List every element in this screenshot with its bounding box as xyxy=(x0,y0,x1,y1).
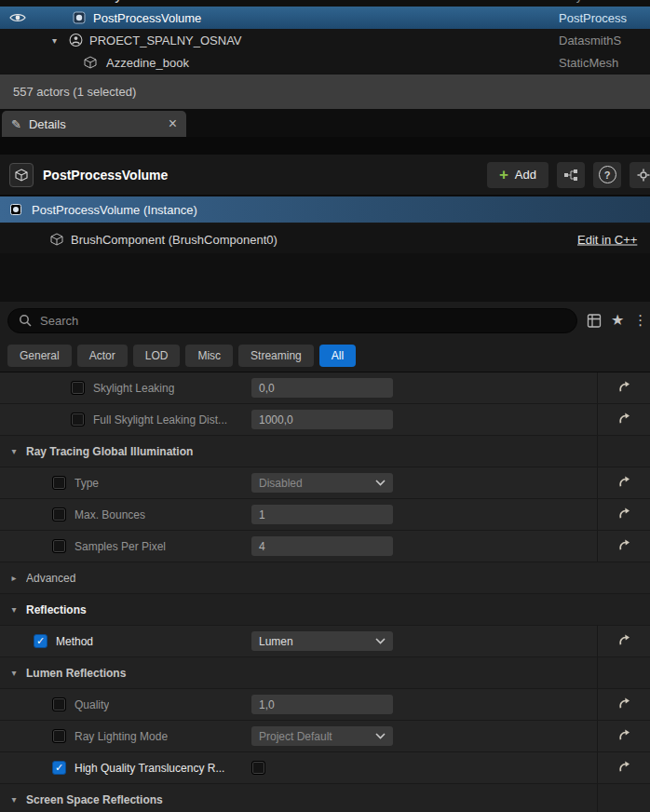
node-graph-icon xyxy=(563,169,578,182)
property-enable-checkbox[interactable] xyxy=(52,508,66,521)
property-row-type: TypeDisabled xyxy=(0,467,650,499)
filter-pill-misc[interactable]: Misc xyxy=(185,345,233,367)
plus-icon: + xyxy=(499,167,508,183)
properties-panel: Skylight Leaking0,0Full Skylight Leaking… xyxy=(0,372,650,812)
property-dropdown[interactable]: Project Default xyxy=(251,726,393,746)
settings-icon xyxy=(637,169,650,182)
value-checkbox[interactable] xyxy=(251,761,265,775)
category-header-ray-tracing-global-illumination[interactable]: ▾Ray Tracing Global Illumination xyxy=(0,436,650,467)
chevron-down-icon[interactable]: ▾ xyxy=(52,35,57,46)
property-dropdown[interactable]: Lumen xyxy=(251,631,393,651)
reset-to-default-icon[interactable] xyxy=(617,760,631,777)
header-overflow-button[interactable] xyxy=(630,162,650,188)
display-options-button[interactable] xyxy=(587,314,602,328)
tab-details[interactable]: ✎ Details × xyxy=(2,111,186,137)
property-enable-checkbox[interactable] xyxy=(52,697,66,711)
reset-to-default-icon[interactable] xyxy=(617,380,631,397)
component-row[interactable]: BrushComponent (BrushComponent0) Edit in… xyxy=(0,224,650,253)
filter-pill-all[interactable]: All xyxy=(319,345,356,367)
chevron-down-icon: ▾ xyxy=(7,604,20,615)
outliner-item-label: PostProcessVolume xyxy=(93,11,201,25)
filter-pill-general[interactable]: General xyxy=(7,345,72,367)
category-header-screen-space-reflections[interactable]: ▾Screen Space Reflections xyxy=(0,784,650,812)
property-row-ray-lighting-mode: Ray Lighting ModeProject Default xyxy=(0,721,650,752)
grid-view-icon xyxy=(587,314,602,328)
property-dropdown[interactable]: Disabled xyxy=(251,473,393,493)
chevron-down-icon xyxy=(375,480,386,486)
outliner-item-label: Azzedine_book xyxy=(106,56,189,70)
category-label: Lumen Reflections xyxy=(26,667,597,680)
chevron-down-icon xyxy=(375,638,386,644)
category-header-lumen-reflections[interactable]: ▾Lumen Reflections xyxy=(0,657,650,689)
search-placeholder: Search xyxy=(40,314,78,328)
reset-to-default-icon[interactable] xyxy=(617,538,631,555)
outliner-item-type: StaticMesh xyxy=(559,56,618,70)
property-label: Samples Per Pixel xyxy=(74,540,166,553)
instance-header-row[interactable]: PostProcessVolume (Instance) xyxy=(0,195,650,223)
outliner-row-azzedine-book[interactable]: Azzedine_bookStaticMesh xyxy=(0,51,650,74)
property-enable-checkbox[interactable]: ✓ xyxy=(52,761,66,775)
details-header: PostProcessVolume + Add ? xyxy=(0,155,650,195)
outliner-item-label: PROECT_SPALNY_OSNAV xyxy=(89,34,242,47)
property-enable-checkbox[interactable]: ✓ xyxy=(34,634,47,648)
property-value-field[interactable]: 4 xyxy=(251,536,393,556)
outliner-item-type: PostProcess xyxy=(559,11,627,25)
property-enable-checkbox[interactable] xyxy=(71,413,85,426)
help-button[interactable]: ? xyxy=(593,162,621,188)
more-options-icon[interactable]: ⋮ xyxy=(633,312,647,329)
datasmith-scene-icon xyxy=(69,34,83,47)
advanced-header-advanced[interactable]: ▸Advanced xyxy=(0,562,650,594)
outliner-status-bar: 557 actors (1 selected) xyxy=(0,74,650,109)
outliner-row-proect-spalny-osnav[interactable]: ▾PROECT_SPALNY_OSNAVDatasmithS xyxy=(0,29,650,51)
close-icon[interactable]: × xyxy=(169,116,177,131)
reset-to-default-icon[interactable] xyxy=(617,475,631,492)
property-label: Full Skylight Leaking Dist... xyxy=(93,413,227,426)
add-component-button[interactable]: + Add xyxy=(487,162,548,188)
property-row-samples-per-pixel: Samples Per Pixel4 xyxy=(0,531,650,562)
search-input[interactable]: Search xyxy=(7,308,577,333)
filter-pill-streaming[interactable]: Streaming xyxy=(238,345,314,367)
filter-pill-lod[interactable]: LOD xyxy=(133,345,181,367)
favorites-star-icon[interactable]: ★ xyxy=(611,313,624,328)
reset-to-default-icon[interactable] xyxy=(617,633,631,650)
tab-label: Details xyxy=(29,117,66,131)
outliner-partial-row[interactable]: PlayerStart PlayerStart xyxy=(0,0,650,7)
filter-pill-actor[interactable]: Actor xyxy=(77,345,128,367)
property-enable-checkbox[interactable] xyxy=(52,476,66,490)
reset-to-default-icon[interactable] xyxy=(617,728,631,745)
property-value-field[interactable]: 1,0 xyxy=(251,695,393,714)
actor-count-text: 557 actors (1 selected) xyxy=(13,85,136,99)
edit-in-cpp-link[interactable]: Edit in C++ xyxy=(577,232,637,246)
property-label: Ray Lighting Mode xyxy=(74,730,168,743)
category-label: Reflections xyxy=(26,603,650,616)
selected-object-title: PostProcessVolume xyxy=(43,168,168,183)
property-enable-checkbox[interactable] xyxy=(52,539,66,553)
property-enable-checkbox[interactable] xyxy=(71,381,85,395)
outliner-row-postprocessvolume[interactable]: PostProcessVolumePostProcess xyxy=(0,7,650,29)
section-header-reflections[interactable]: ▾Reflections xyxy=(0,594,650,626)
cube-icon xyxy=(50,233,63,246)
property-label: Skylight Leaking xyxy=(93,382,174,395)
outliner-partial-label: PlayerStart xyxy=(93,0,167,4)
reset-to-default-icon[interactable] xyxy=(617,697,631,713)
reset-to-default-icon[interactable] xyxy=(617,412,631,428)
property-label: Type xyxy=(74,477,99,490)
property-row-full-skylight-leaking-dist: Full Skylight Leaking Dist...1000,0 xyxy=(0,404,650,436)
property-value-field[interactable]: 1 xyxy=(251,505,393,524)
chevron-down-icon: ▾ xyxy=(7,668,20,678)
visibility-eye-icon[interactable] xyxy=(9,12,26,23)
blueprint-hierarchy-button[interactable] xyxy=(557,162,585,188)
postprocess-volume-icon xyxy=(9,163,34,187)
property-enable-checkbox[interactable] xyxy=(52,729,66,743)
world-outliner: PlayerStart PlayerStart PostProcessVolum… xyxy=(0,0,650,74)
details-empty-area xyxy=(0,253,650,302)
reset-to-default-icon[interactable] xyxy=(617,507,631,523)
properties-list: Skylight Leaking0,0Full Skylight Leaking… xyxy=(0,372,650,812)
property-value-field[interactable]: 1000,0 xyxy=(251,410,393,429)
property-row-skylight-leaking: Skylight Leaking0,0 xyxy=(0,372,650,404)
filter-pills: GeneralActorLODMiscStreamingAll xyxy=(0,339,650,372)
details-actions: + Add ? xyxy=(487,162,650,188)
property-value-field[interactable]: 0,0 xyxy=(251,378,393,398)
outliner-partial-type: PlayerStart xyxy=(559,0,618,3)
property-label: Max. Bounces xyxy=(74,508,145,521)
